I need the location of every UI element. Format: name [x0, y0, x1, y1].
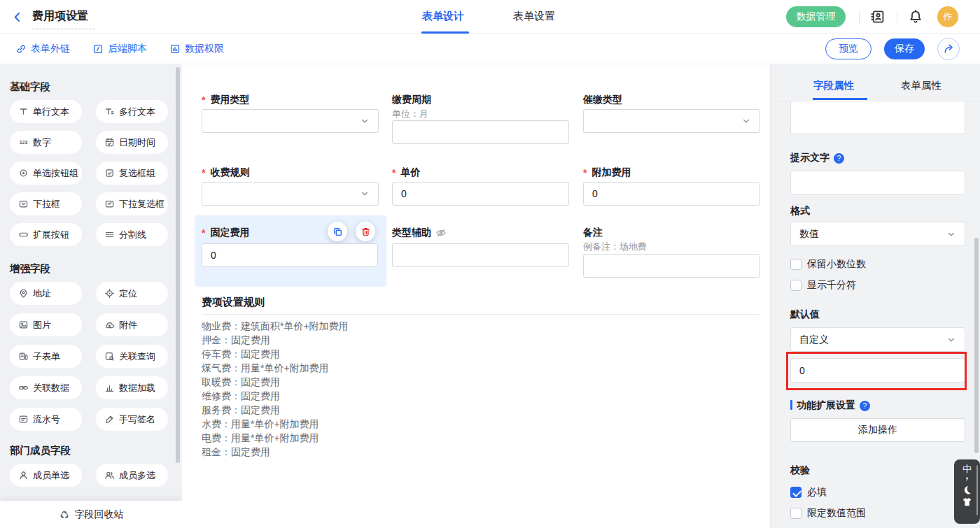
back-icon[interactable] — [11, 11, 23, 23]
field-item-attachment[interactable]: 附件 — [96, 313, 168, 336]
page-title[interactable]: 费用项设置 — [32, 9, 88, 24]
delete-field-button[interactable] — [356, 222, 375, 241]
field-select-expense-type[interactable] — [202, 109, 379, 133]
field-item-linked-query[interactable]: 关联查询 — [96, 345, 168, 368]
field-item-number[interactable]: 123数字 — [10, 131, 82, 154]
thousand-checkbox[interactable] — [790, 280, 802, 291]
rule-line: 煤气费：用量*单价+附加费用 — [202, 361, 760, 375]
field-item-address[interactable]: 地址 — [10, 282, 82, 305]
copy-field-button[interactable] — [328, 222, 347, 241]
tab-form-settings[interactable]: 表单设置 — [513, 10, 555, 23]
field-item-multi-select[interactable]: 下拉复选框 — [96, 192, 168, 215]
extension-settings-text: 功能扩展设置 — [797, 399, 855, 412]
chevron-down-icon — [741, 116, 751, 126]
decimal-checkbox-row[interactable]: 保留小数位数 — [790, 258, 866, 271]
field-input-fixed-fee[interactable]: 0 — [202, 243, 378, 267]
thousand-checkbox-row[interactable]: 显示千分符 — [790, 279, 856, 292]
required-checkbox[interactable] — [790, 487, 802, 498]
field-item-divider[interactable]: 分割线 — [96, 223, 168, 246]
range-checkbox[interactable] — [790, 508, 802, 519]
hint-text-input[interactable] — [790, 171, 965, 195]
scrolled-textarea-partial[interactable] — [790, 101, 965, 134]
help-icon[interactable] — [860, 401, 870, 411]
preview-button[interactable]: 预览 — [825, 38, 872, 59]
field-item-extend-button[interactable]: 扩展按钮 — [10, 223, 82, 246]
field-item-member-single[interactable]: 成员单选 — [10, 464, 82, 487]
field-item-label: 手写签名 — [119, 413, 155, 426]
window-scrollbar[interactable] — [974, 238, 979, 453]
field-item-member-multi[interactable]: 成员多选 — [96, 464, 168, 487]
member-single-icon — [18, 470, 29, 480]
chevron-down-icon — [946, 335, 956, 345]
field-item-image[interactable]: 图片 — [10, 313, 82, 336]
field-input-payment-cycle[interactable] — [392, 120, 569, 144]
field-item-label: 复选框组 — [119, 167, 155, 180]
tshirt-skin-icon[interactable] — [962, 497, 972, 507]
field-select-urge-type[interactable] — [583, 109, 760, 133]
avatar[interactable]: 作 — [937, 6, 958, 27]
chevron-down-icon — [360, 116, 370, 126]
panel-active-tab-underline — [813, 98, 867, 100]
required-checkbox-row[interactable]: 必填 — [790, 486, 827, 499]
help-icon[interactable] — [834, 153, 844, 164]
data-permission-button[interactable]: 数据权限 — [169, 42, 224, 56]
field-label: 备注 — [583, 227, 603, 239]
field-item-label: 附件 — [119, 319, 137, 331]
extend-button-icon — [18, 229, 29, 240]
field-item-select[interactable]: 下拉框 — [10, 192, 82, 215]
field-input-extra-fee[interactable]: 0 — [583, 182, 760, 206]
field-item-label: 扩展按钮 — [33, 229, 69, 241]
field-input-unit-price[interactable]: 0 — [392, 182, 569, 206]
ime-punctuation-icon[interactable] — [963, 476, 971, 483]
rule-line: 维修费：固定费用 — [202, 389, 760, 403]
permission-icon — [169, 43, 181, 55]
field-input-remark[interactable] — [583, 254, 760, 278]
backend-script-button[interactable]: 后端脚本 — [92, 42, 147, 56]
decimal-checkbox-label: 保留小数位数 — [807, 258, 866, 271]
field-item-datetime[interactable]: 日期时间 — [96, 131, 168, 154]
notification-bell-icon[interactable] — [908, 9, 923, 24]
field-input-type-assist[interactable] — [392, 243, 569, 267]
tab-form-properties[interactable]: 表单属性 — [901, 79, 941, 92]
default-mode-select[interactable]: 自定义 — [790, 327, 965, 352]
decimal-checkbox[interactable] — [790, 259, 802, 270]
field-item-label: 下拉框 — [33, 198, 60, 211]
save-button[interactable]: 保存 — [884, 38, 925, 59]
property-panel: 字段属性 表单属性 提示文字 格式 数值 保留小数位数 显示千分符 默认值 自定… — [770, 64, 980, 528]
hint-text: 提示文字 — [790, 152, 830, 164]
range-checkbox-row[interactable]: 限定数值范围 — [790, 507, 866, 520]
format-select[interactable]: 数值 — [790, 222, 965, 246]
default-value-input[interactable]: 0 — [790, 358, 965, 383]
address-book-icon[interactable] — [870, 9, 886, 24]
tab-field-properties[interactable]: 字段属性 — [813, 79, 854, 92]
field-select-charge-rule[interactable] — [202, 182, 379, 206]
field-item-label: 单选按钮组 — [33, 167, 78, 180]
field-item-linked-data[interactable]: 关联数据 — [10, 376, 82, 399]
field-item-multi-line-text[interactable]: 多行文本 — [96, 100, 168, 123]
field-item-signature[interactable]: 手写签名 — [96, 408, 168, 431]
field-item-checkbox-group[interactable]: 复选框组 — [96, 162, 168, 185]
format-value: 数值 — [799, 228, 819, 241]
field-item-locate[interactable]: 定位 — [96, 282, 168, 305]
field-item-single-line-text[interactable]: 单行文本 — [10, 100, 82, 123]
share-button[interactable] — [937, 38, 960, 60]
external-link-button[interactable]: 表单外链 — [15, 42, 70, 56]
moon-icon[interactable] — [962, 485, 972, 495]
field-item-serial-number[interactable]: 流水号 — [10, 408, 82, 431]
data-manage-button[interactable]: 数据管理 — [786, 6, 846, 27]
default-mode-value: 自定义 — [799, 334, 829, 346]
add-action-button[interactable]: 添加操作 — [790, 418, 965, 442]
field-item-data-load[interactable]: 数据加载 — [96, 376, 168, 399]
trash-icon — [360, 227, 371, 237]
sidebar-scrollbar[interactable] — [176, 67, 180, 463]
field-item-radio-group[interactable]: 单选按钮组 — [10, 162, 82, 185]
linked-query-icon — [104, 351, 115, 362]
rule-line: 服务费：固定费用 — [202, 403, 760, 417]
sidebar-section-title: 部门成员字段 — [10, 444, 71, 457]
serial-number-icon — [18, 414, 29, 424]
field-item-subform[interactable]: 子表单 — [10, 345, 82, 368]
radio-group-icon — [18, 168, 29, 178]
tab-form-design[interactable]: 表单设计 — [422, 10, 464, 23]
ime-language-toggle[interactable]: 中 — [962, 464, 972, 474]
field-recycle-bin-button[interactable]: 字段回收站 — [0, 501, 182, 528]
